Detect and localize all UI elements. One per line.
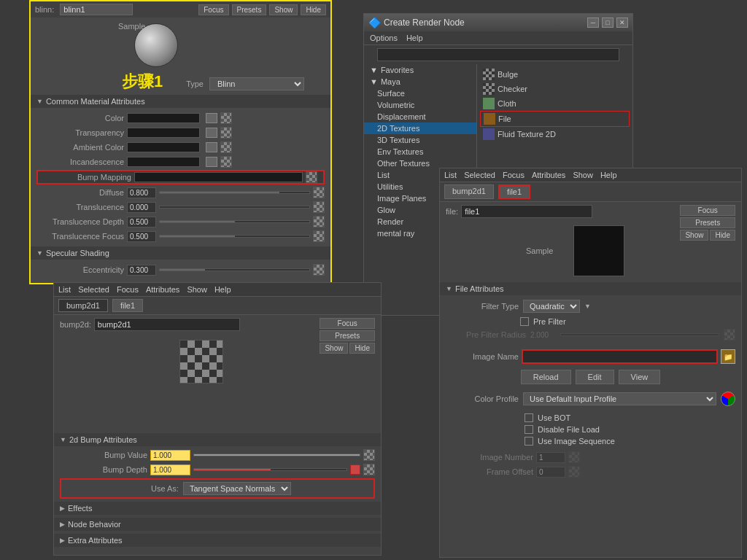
trans-depth-slider[interactable] [159,220,310,223]
bump2d-show-btn[interactable]: Show [320,343,348,354]
tree-3d-textures[interactable]: 3D Textures [364,134,476,146]
eccentricity-slider[interactable] [159,268,310,271]
use-image-seq-checkbox[interactable] [525,437,533,446]
bump2d-tab2[interactable]: file1 [112,299,143,312]
bump2d-menu-attributes[interactable]: Attributes [146,285,179,294]
file-tab2[interactable]: file1 [498,184,530,199]
translucence-value[interactable] [127,202,156,213]
transparency-checker-btn[interactable] [220,127,232,139]
tree-volumetric[interactable]: Volumetric [364,99,476,111]
tree-surface[interactable]: Surface [364,88,476,99]
color-swatch[interactable] [127,113,200,123]
translucence-checker[interactable] [313,201,325,213]
close-button[interactable]: ✕ [616,18,628,28]
extra-attrs-section[interactable]: ▶ Extra Attributes [54,534,381,547]
file-menu-attributes[interactable]: Attributes [532,171,565,179]
file-name-input[interactable] [461,205,592,218]
bump-depth-slider[interactable] [193,468,347,471]
presets-button[interactable]: Presets [232,4,267,15]
node-fluid[interactable]: Fluid Texture 2D [480,127,630,141]
translucence-slider[interactable] [159,206,310,209]
tree-maya[interactable]: ▼Maya [364,76,476,88]
focus-button[interactable]: Focus [198,4,228,15]
bump-value-checker[interactable] [363,449,375,461]
eccentricity-value[interactable] [127,265,156,276]
bump2d-presets-btn[interactable]: Presets [320,330,375,341]
bump2d-tab1[interactable]: bump2d1 [58,299,108,312]
image-name-input[interactable] [522,349,718,364]
bump2d-menu-selected[interactable]: Selected [78,285,109,294]
node-behavior-section[interactable]: ▶ Node Behavior [54,518,381,531]
crn-menu-help[interactable]: Help [406,34,423,42]
crn-menu-options[interactable]: Options [370,34,398,42]
bump2d-section-header[interactable]: ▼ 2d Bump Attributes [54,433,381,446]
image-number-checker[interactable] [568,451,580,463]
edit-button[interactable]: Edit [576,370,614,384]
bump2d-menu-list[interactable]: List [58,285,71,294]
file-presets-btn[interactable]: Presets [680,217,735,228]
ambient-swatch[interactable] [127,142,200,152]
trans-depth-value[interactable] [127,217,156,228]
bump2d-hide-btn[interactable]: Hide [349,343,375,354]
file-menu-help[interactable]: Help [600,171,617,179]
file-menu-focus[interactable]: Focus [503,171,525,179]
file-hide-btn[interactable]: Hide [710,230,735,241]
bump-depth-input[interactable] [150,464,190,475]
folder-button[interactable]: 📁 [721,349,735,364]
crn-search-input[interactable] [377,48,619,61]
color-profile-select[interactable]: Use Default Input Profile [523,392,716,405]
disable-file-checkbox[interactable] [525,425,533,434]
node-checker[interactable]: Checker [480,82,630,96]
reload-button[interactable]: Reload [521,370,571,384]
file-menu-show[interactable]: Show [573,171,593,179]
file-menu-selected[interactable]: Selected [464,171,495,179]
bump2d-node-name-input[interactable] [94,318,240,331]
tree-favorites[interactable]: ▼Favorites [364,64,476,76]
color-checker-btn[interactable] [220,112,232,124]
frame-offset-checker[interactable] [568,466,580,478]
tree-env-textures[interactable]: Env Textures [364,146,476,158]
minimize-button[interactable]: ─ [587,18,599,28]
view-button[interactable]: View [619,370,661,384]
trans-focus-checker[interactable] [313,230,325,242]
show-button[interactable]: Show [269,4,298,15]
node-cloth[interactable]: Cloth [480,96,630,111]
diffuse-slider[interactable] [159,191,310,194]
trans-focus-slider[interactable] [159,235,310,238]
incandescence-checker-btn[interactable] [220,156,232,168]
bump-value-input[interactable] [150,450,190,461]
pre-filter-checkbox[interactable] [520,317,529,326]
ambient-checker-btn[interactable] [220,141,232,153]
eccentricity-checker[interactable] [313,264,325,276]
tree-2d-textures[interactable]: 2D Textures [364,122,476,134]
type-select[interactable]: Blinn [209,77,304,90]
bump2d-menu-help[interactable]: Help [214,285,231,294]
file-attrs-section[interactable]: ▼ File Attributes [440,282,741,295]
bump2d-menu-focus[interactable]: Focus [117,285,139,294]
pfr-checker[interactable] [724,329,735,341]
trans-focus-value[interactable] [127,231,156,242]
use-as-select[interactable]: Tangent Space Normals Object Space Norma… [183,482,291,495]
bump-depth-checker[interactable] [363,464,375,475]
hide-button[interactable]: Hide [301,4,326,15]
bump-mapping-field[interactable] [134,172,303,182]
trans-depth-checker[interactable] [313,216,325,228]
node-file[interactable]: File [480,111,630,127]
bump-mapping-checker[interactable] [306,171,317,183]
diffuse-value[interactable] [127,187,156,198]
filter-type-select[interactable]: Quadratic [523,300,580,313]
bump2d-focus-btn[interactable]: Focus [320,318,375,329]
diffuse-checker[interactable] [313,187,325,198]
tree-displacement[interactable]: Displacement [364,111,476,122]
maximize-button[interactable]: □ [602,18,614,28]
blinn-name-input[interactable] [60,4,133,15]
effects-section[interactable]: ▶ Effects [54,502,381,515]
incandescence-swatch[interactable] [127,157,200,167]
bump-value-slider[interactable] [193,454,360,456]
file-tab1[interactable]: bump2d1 [444,184,494,199]
use-bot-checkbox[interactable] [525,413,533,422]
transparency-swatch[interactable] [127,128,200,138]
file-menu-list[interactable]: List [444,171,457,179]
file-show-btn[interactable]: Show [680,230,708,241]
bump2d-menu-show[interactable]: Show [187,285,207,294]
